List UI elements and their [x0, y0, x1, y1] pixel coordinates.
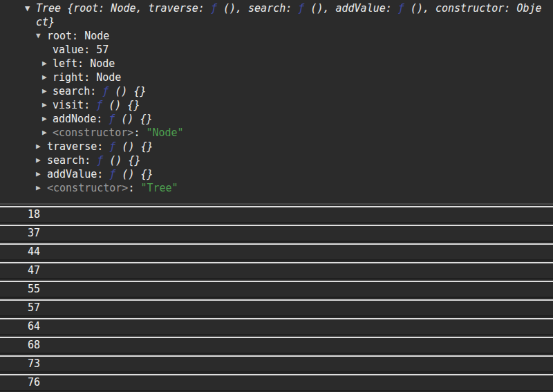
text-segment: () {}	[109, 85, 146, 97]
log-value: 47	[28, 263, 40, 278]
tree-row-left[interactable]: ▶left: Node	[0, 57, 547, 71]
console-log-row: 55	[0, 281, 553, 298]
console-log-row: 76	[0, 374, 553, 391]
text-segment: (), search:	[217, 2, 298, 15]
text-segment: search:	[47, 154, 97, 167]
function-glyph: ƒ	[211, 2, 217, 15]
text-segment: search:	[53, 85, 102, 97]
tree-row-root[interactable]: ▼root: Node	[0, 29, 547, 43]
log-value: 68	[28, 338, 40, 353]
text-segment: <constructor>	[47, 182, 128, 194]
log-value: 57	[28, 301, 40, 315]
console-log-row: 68	[0, 337, 553, 354]
log-value: 37	[28, 226, 40, 241]
devtools-console: ▼ Tree {root: Node, traverse: ƒ (), sear…	[0, 0, 553, 392]
function-glyph: ƒ	[109, 168, 115, 180]
text-segment: :	[133, 127, 146, 139]
disclosure-triangle-collapsed-icon[interactable]: ▶	[42, 126, 47, 140]
tree-row-tree-addvalue[interactable]: ▶addValue: ƒ () {}	[0, 167, 547, 181]
tree-row-tree-search[interactable]: ▶search: ƒ () {}	[0, 153, 547, 167]
console-log-row: 18	[0, 206, 553, 223]
disclosure-triangle-collapsed-icon[interactable]: ▶	[42, 98, 47, 112]
function-glyph: ƒ	[96, 99, 102, 111]
text-segment: () {}	[115, 168, 153, 180]
text-segment: () {}	[115, 113, 152, 125]
text-segment: () {}	[102, 99, 140, 111]
text-segment: addNode:	[53, 113, 109, 125]
disclosure-triangle-collapsed-icon[interactable]: ▶	[42, 84, 47, 98]
disclosure-triangle-collapsed-icon[interactable]: ▶	[36, 140, 41, 153]
console-log-list: 18374447555764687376	[0, 206, 553, 391]
object-preview-text[interactable]: Tree {root: Node, traverse: ƒ (), search…	[36, 1, 543, 29]
tree-row-node-constructor[interactable]: ▶<constructor>: "Node"	[0, 126, 547, 140]
function-glyph: ƒ	[298, 2, 304, 15]
console-log-row: 47	[0, 262, 553, 279]
function-glyph: ƒ	[109, 140, 115, 153]
disclosure-triangle-collapsed-icon[interactable]: ▶	[36, 153, 41, 167]
text-segment: root: Node	[47, 30, 109, 42]
console-entry-object-tree: ▼ Tree {root: Node, traverse: ƒ (), sear…	[0, 0, 553, 205]
tree-row-tree-traverse[interactable]: ▶traverse: ƒ () {}	[0, 140, 547, 153]
log-value: 73	[28, 357, 40, 371]
disclosure-triangle-collapsed-icon[interactable]: ▶	[42, 112, 47, 126]
console-log-row: 73	[0, 355, 553, 373]
text-segment: right: Node	[53, 71, 121, 84]
text-segment: left: Node	[53, 57, 115, 70]
text-segment: traverse:	[47, 140, 109, 153]
console-log-row: 44	[0, 243, 553, 261]
log-value: 44	[28, 245, 40, 259]
tree-row-node-visit[interactable]: ▶visit: ƒ () {}	[0, 98, 547, 112]
object-preview-line: ▼ Tree {root: Node, traverse: ƒ (), sear…	[0, 1, 547, 29]
text-segment: (), addValue:	[304, 2, 397, 15]
disclosure-triangle-collapsed-icon[interactable]: ▶	[42, 71, 47, 84]
disclosure-triangle-collapsed-icon[interactable]: ▶	[36, 181, 41, 195]
tree-row-node-search[interactable]: ▶search: ƒ () {}	[0, 84, 547, 98]
disclosure-triangle-collapsed-icon[interactable]: ▶	[42, 57, 47, 71]
tree-row-node-addnode[interactable]: ▶addNode: ƒ () {}	[0, 112, 547, 126]
text-segment: visit:	[53, 99, 96, 111]
disclosure-triangle-expanded-icon[interactable]: ▼	[25, 1, 30, 15]
tree-row-right[interactable]: ▶right: Node	[0, 71, 547, 84]
disclosure-triangle-collapsed-icon[interactable]: ▶	[36, 167, 41, 181]
log-value: 18	[28, 207, 40, 222]
console-log-row: 64	[0, 318, 553, 335]
text-segment: <constructor>	[53, 127, 133, 139]
console-log-row: 57	[0, 299, 553, 317]
tree-row-value: value: 57	[0, 43, 547, 57]
object-tree-rows: ▼root: Nodevalue: 57▶left: Node▶right: N…	[0, 29, 547, 195]
text-segment: :	[128, 182, 140, 194]
text-segment: () {}	[115, 140, 153, 153]
tree-row-tree-constructor[interactable]: ▶<constructor>: "Tree"	[0, 181, 547, 195]
log-value: 76	[28, 375, 40, 390]
function-glyph: ƒ	[102, 85, 109, 97]
function-glyph: ƒ	[398, 2, 404, 15]
function-glyph: ƒ	[97, 154, 103, 167]
text-segment: Tree {root: Node, traverse:	[36, 2, 211, 15]
log-value: 64	[28, 319, 40, 334]
console-log-row: 37	[0, 225, 553, 242]
text-segment: "Node"	[146, 127, 183, 139]
text-segment: () {}	[103, 154, 140, 167]
function-glyph: ƒ	[109, 113, 115, 125]
disclosure-triangle-expanded-icon[interactable]: ▼	[36, 29, 41, 43]
text-segment: "Tree"	[140, 182, 178, 194]
text-segment: addValue:	[47, 168, 109, 180]
text-segment: value: 57	[53, 44, 109, 56]
log-value: 55	[28, 282, 40, 297]
